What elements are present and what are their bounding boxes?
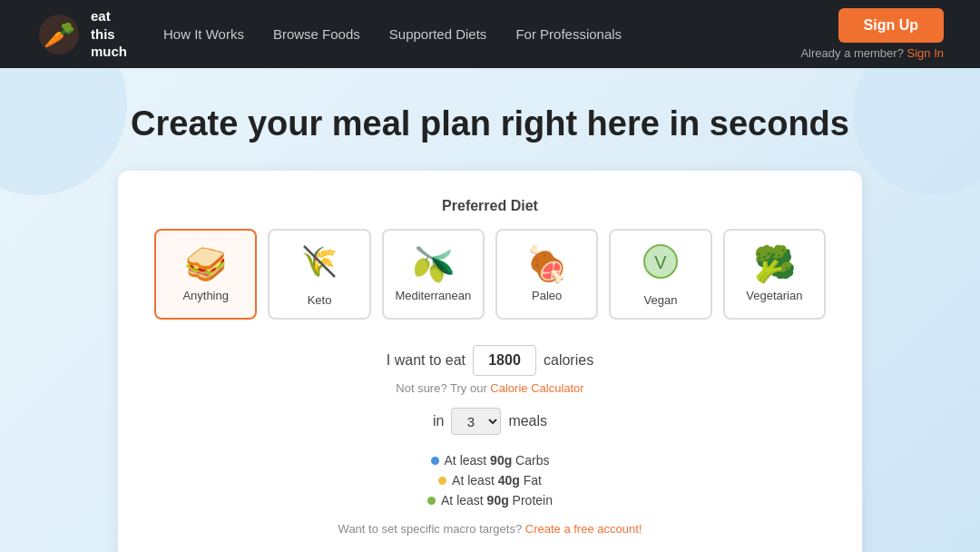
hero-section: Create your meal plan right here in seco… [0, 68, 980, 552]
fat-text: At least 40g Fat [452, 473, 542, 488]
diet-anything[interactable]: 🥪 Anything [154, 229, 257, 320]
nav-supported-diets[interactable]: Supported Diets [389, 26, 487, 42]
keto-icon: 🌾 [300, 242, 338, 286]
anything-icon: 🥪 [184, 247, 227, 281]
carbs-dot [431, 457, 439, 465]
diet-vegetarian[interactable]: 🥦 Vegetarian [723, 229, 826, 320]
nav-for-professionals[interactable]: For Professionals [515, 26, 622, 42]
signin-prompt: Already a member? Sign In [800, 46, 944, 60]
macro-fat: At least 40g Fat [438, 473, 542, 488]
macro-carbs: At least 90g Carbs [431, 453, 550, 468]
protein-text: At least 90g Protein [441, 493, 553, 508]
logo-icon: 🥕 [36, 12, 82, 57]
meals-suffix: meals [508, 413, 547, 429]
hero-title: Create your meal plan right here in seco… [73, 104, 907, 143]
diet-vegan[interactable]: V Vegan [609, 229, 711, 320]
macros-list: At least 90g Carbs At least 40g Fat At l… [154, 453, 826, 508]
protein-dot [427, 497, 436, 505]
keto-label: Keto [308, 293, 332, 307]
nav-links: How It Works Browse Foods Supported Diet… [163, 26, 800, 42]
calories-suffix: calories [544, 352, 593, 369]
signin-link[interactable]: Sign In [907, 46, 944, 60]
diet-mediterranean[interactable]: 🫒 Mediterranean [382, 229, 485, 320]
meal-plan-card: Preferred Diet 🥪 Anything 🌾 Keto 🫒 [118, 171, 862, 552]
nav-right: Sign Up Already a member? Sign In [800, 8, 944, 60]
create-account-link[interactable]: Create a free account! [525, 522, 642, 536]
meals-prefix: in [433, 413, 444, 429]
preferred-diet-label: Preferred Diet [154, 198, 826, 214]
navbar: 🥕 eatthismuch How It Works Browse Foods … [0, 0, 980, 68]
meals-select[interactable]: 1 2 3 4 5 6 [451, 408, 501, 435]
calories-input[interactable] [473, 345, 536, 376]
fat-dot [438, 477, 446, 485]
calorie-hint: Not sure? Try our Calorie Calculator [154, 381, 826, 395]
anything-label: Anything [182, 289, 229, 302]
calorie-hint-prefix: Not sure? Try our [396, 381, 486, 395]
logo-text: eatthismuch [91, 7, 127, 61]
signup-button[interactable]: Sign Up [838, 8, 944, 43]
vegetarian-label: Vegetarian [746, 289, 802, 302]
diet-options: 🥪 Anything 🌾 Keto 🫒 Mediterranean [154, 229, 826, 320]
paleo-label: Paleo [532, 289, 562, 302]
svg-text:🥕: 🥕 [44, 20, 75, 50]
meals-row: in 1 2 3 4 5 6 meals [154, 408, 826, 435]
mediterranean-label: Mediterranean [395, 289, 471, 302]
carbs-text: At least 90g Carbs [445, 453, 550, 468]
macro-hint: Want to set specific macro targets? Crea… [154, 522, 826, 536]
macro-protein: At least 90g Protein [427, 493, 553, 508]
vegan-icon: V [642, 242, 680, 286]
nav-browse-foods[interactable]: Browse Foods [273, 26, 360, 42]
calorie-calculator-link[interactable]: Calorie Calculator [490, 381, 583, 395]
mediterranean-icon: 🫒 [412, 247, 455, 281]
nav-how-it-works[interactable]: How It Works [163, 26, 244, 42]
logo-link[interactable]: 🥕 eatthismuch [36, 7, 127, 61]
calories-row: I want to eat calories [154, 345, 826, 376]
diet-keto[interactable]: 🌾 Keto [268, 229, 370, 320]
svg-text:V: V [654, 252, 667, 272]
vegan-label: Vegan [644, 293, 678, 307]
macro-hint-prefix: Want to set specific macro targets? [338, 522, 523, 536]
vegetarian-icon: 🥦 [753, 247, 796, 281]
paleo-icon: 🍖 [525, 247, 568, 281]
calories-prefix: I want to eat [387, 352, 466, 369]
diet-paleo[interactable]: 🍖 Paleo [495, 229, 598, 320]
